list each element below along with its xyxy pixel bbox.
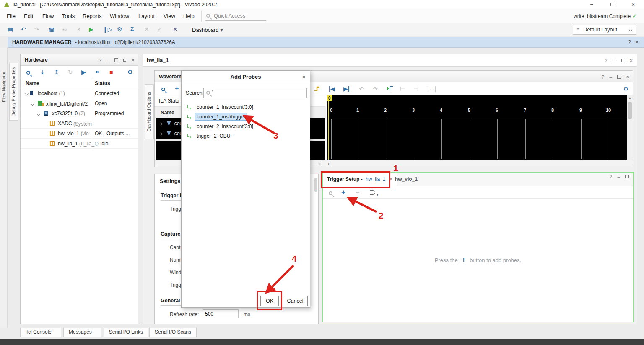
collapse-all-icon[interactable]: ↧ xyxy=(40,69,45,75)
layout-selector[interactable]: ≡ Default Layout xyxy=(573,25,636,35)
float-icon[interactable] xyxy=(123,59,126,62)
minimize-icon[interactable]: – xyxy=(610,71,612,83)
add-marker-icon[interactable] xyxy=(386,85,394,92)
scroll-left-icon[interactable]: ‹ xyxy=(328,160,330,167)
tab-serial-io-links[interactable]: Serial I/O Links xyxy=(104,328,148,337)
menu-help[interactable]: Help xyxy=(183,13,195,19)
dialog-titlebar[interactable]: Add Probes × xyxy=(182,71,310,83)
list-item-selected[interactable]: counter_1_inst/trigger xyxy=(182,112,309,122)
menu-layout[interactable]: Layout xyxy=(138,13,155,19)
step-icon[interactable]: ❙▷ xyxy=(103,26,112,32)
dialog-search-input[interactable]: ▾ xyxy=(203,88,307,98)
list-item[interactable]: trigger_2_OBUF xyxy=(182,131,309,141)
close-icon[interactable]: × xyxy=(131,54,135,66)
table-row[interactable]: xc7k325t_0 (3) Programmed xyxy=(21,108,138,118)
menu-tools[interactable]: Tools xyxy=(62,13,75,19)
help-icon[interactable]: ? xyxy=(628,37,631,47)
menu-edit[interactable]: Edit xyxy=(24,13,33,19)
delete-icon[interactable]: × xyxy=(77,26,80,32)
scroll-thumb[interactable] xyxy=(628,102,632,119)
expand-all-icon[interactable]: ↥ xyxy=(54,69,59,75)
sidebar-tab-debug-probe-properties[interactable]: Debug Probe Properties xyxy=(9,63,18,121)
trigger-marker-line[interactable] xyxy=(328,95,329,160)
search-icon[interactable] xyxy=(26,71,30,75)
maximize-icon[interactable] xyxy=(613,59,616,62)
table-row[interactable]: hw_ila_1 (u_ila_ Idle xyxy=(21,139,138,149)
waveform-gear-icon[interactable]: ⚙ xyxy=(623,86,628,92)
dashboard-dropdown[interactable]: Dashboard ▾ xyxy=(192,27,223,33)
gear-icon[interactable]: ⚙ xyxy=(127,69,133,75)
minimize-icon[interactable]: – xyxy=(618,174,620,179)
waveform-plot[interactable]: 0 0 1 2 3 4 5 6 7 8 9 10 xyxy=(327,95,627,160)
sidebar-tab-dashboard-options[interactable]: Dashboard Options xyxy=(145,84,154,139)
list-item[interactable]: counter_1_inst/count[3:0] xyxy=(182,103,309,112)
cancel-button[interactable]: Cancel xyxy=(283,296,308,306)
help-icon[interactable]: ? xyxy=(610,174,612,179)
float-icon[interactable] xyxy=(621,59,624,62)
minimize-icon[interactable]: – xyxy=(590,1,593,7)
menu-window[interactable]: Window xyxy=(110,13,129,19)
sum-icon[interactable]: Σ xyxy=(130,26,134,32)
goto-start-icon[interactable]: |◀ xyxy=(329,86,335,92)
expand-chevron-icon[interactable] xyxy=(25,92,29,95)
add-probe-icon[interactable]: + xyxy=(175,85,179,92)
menu-flow[interactable]: Flow xyxy=(42,13,54,19)
table-row[interactable]: XADC (System xyxy=(21,118,138,129)
tab-hw-ila-1[interactable]: hw_ila_1 xyxy=(147,57,169,63)
menu-view[interactable]: View xyxy=(164,13,175,19)
undo-icon[interactable]: ↶ xyxy=(21,26,26,32)
tab-serial-io-scans[interactable]: Serial I/O Scans xyxy=(149,328,197,337)
waveform-vscrollbar[interactable]: ▲ xyxy=(627,95,633,160)
collapsed-chevron-icon[interactable] xyxy=(159,122,163,126)
column-status[interactable]: Status xyxy=(95,78,110,88)
menu-reports[interactable]: Reports xyxy=(83,13,102,19)
tab-tcl-console[interactable]: Tcl Console xyxy=(20,328,61,337)
expand-chevron-icon[interactable] xyxy=(37,112,40,116)
column-name[interactable]: Name xyxy=(26,80,39,86)
help-icon[interactable]: ? xyxy=(99,54,101,66)
close-dialog-icon[interactable]: × xyxy=(302,71,306,83)
refresh-rate-input[interactable] xyxy=(203,309,239,318)
run-icon[interactable]: ▶ xyxy=(89,26,93,32)
maximize-icon[interactable] xyxy=(114,58,118,62)
list-item[interactable]: counter_2_inst/count[3:0] xyxy=(182,122,309,131)
scroll-up-icon[interactable]: ▲ xyxy=(627,95,633,101)
close-icon[interactable]: × xyxy=(626,71,629,83)
settings-gear-icon[interactable]: ⚙ xyxy=(117,26,122,32)
help-icon[interactable]: ? xyxy=(605,54,607,67)
cancel-run-icon[interactable]: ✕ xyxy=(173,26,178,32)
quick-access-input[interactable]: Quick Access xyxy=(205,12,266,21)
run-all-icon[interactable]: » xyxy=(96,69,99,75)
search-icon[interactable] xyxy=(161,88,165,91)
report-icon[interactable]: ▩ xyxy=(49,26,54,32)
close-icon[interactable]: × xyxy=(631,1,635,8)
maximize-icon[interactable] xyxy=(610,3,614,6)
trigger-marker-badge[interactable]: 0 xyxy=(327,95,332,101)
gate-condition-icon[interactable] xyxy=(370,190,375,195)
collapsed-chevron-icon[interactable] xyxy=(159,132,163,136)
gate-dropdown-caret-icon[interactable]: ▾ xyxy=(377,193,378,197)
table-row[interactable]: localhost (1) Connected xyxy=(21,88,138,98)
redo-icon[interactable]: ↷ xyxy=(34,26,39,32)
scroll-right-icon[interactable]: › xyxy=(318,160,320,167)
open-project-icon[interactable]: ▤ xyxy=(8,26,13,32)
add-probe-button[interactable]: + xyxy=(341,188,345,196)
run-trigger-icon[interactable]: ▶ xyxy=(81,69,86,75)
expand-chevron-icon[interactable] xyxy=(31,102,34,106)
copy-icon[interactable]: ▪▫ xyxy=(62,26,67,32)
menu-file[interactable]: File xyxy=(7,13,16,19)
trigger-immediate-icon[interactable] xyxy=(314,86,321,92)
tab-hw-vio-1[interactable]: hw_vio_1 xyxy=(390,172,423,186)
close-banner-icon[interactable]: × xyxy=(635,37,639,47)
goto-end-icon[interactable]: ▶| xyxy=(343,86,350,92)
tab-messages[interactable]: Messages xyxy=(63,328,101,337)
settings-scrollbar[interactable] xyxy=(314,178,317,192)
help-icon[interactable]: ? xyxy=(602,71,604,83)
table-row[interactable]: xilinx_tcf/Digilent/2 Open xyxy=(21,98,138,108)
table-row[interactable]: hw_vio_1 (vio_ OK - Outputs ... xyxy=(21,129,138,139)
minimize-icon[interactable]: – xyxy=(106,54,109,66)
stop-icon[interactable]: ■ xyxy=(109,69,113,75)
close-icon[interactable]: × xyxy=(629,54,633,67)
maximize-icon[interactable] xyxy=(617,75,621,79)
maximize-icon[interactable] xyxy=(625,175,629,178)
